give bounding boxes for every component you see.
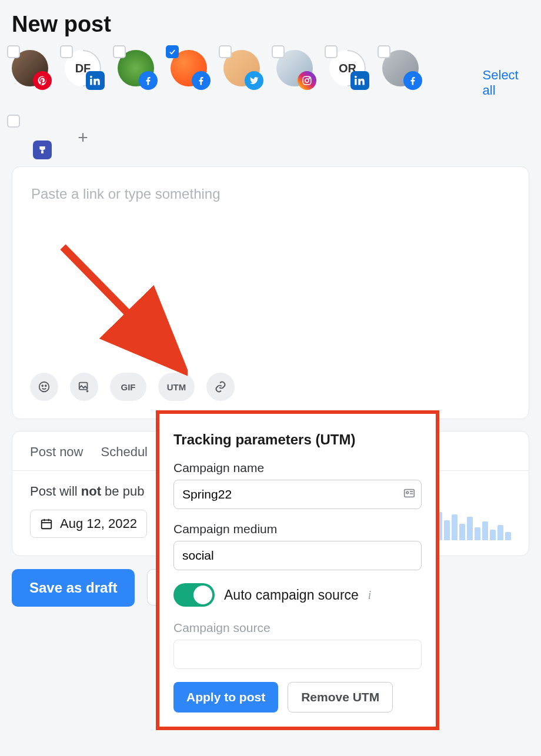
linkedin-icon: [350, 71, 369, 90]
svg-point-7: [45, 385, 46, 386]
campaign-medium-input[interactable]: [173, 541, 422, 570]
account-item[interactable]: [12, 119, 48, 156]
account-checkbox[interactable]: [219, 45, 232, 58]
account-item[interactable]: [223, 50, 260, 86]
utm-popover: Tracking parameters (UTM) Campaign name …: [156, 410, 439, 618]
chart-bar: [505, 532, 511, 540]
publish-line-prefix: Post will: [30, 484, 81, 499]
svg-rect-9: [42, 520, 52, 529]
emoji-button[interactable]: [30, 373, 58, 401]
chart-bar: [497, 525, 503, 540]
linkedin-icon: [86, 71, 105, 90]
account-checkbox[interactable]: [60, 45, 73, 58]
date-picker[interactable]: Aug 12, 2022: [30, 510, 147, 538]
composer-toolbar: GIF UTM: [30, 373, 511, 401]
campaign-medium-label: Campaign medium: [173, 522, 422, 536]
image-button[interactable]: [70, 373, 98, 401]
chart-bar: [444, 520, 450, 540]
add-account-button[interactable]: +: [65, 119, 101, 156]
card-icon: [403, 487, 416, 502]
svg-point-6: [42, 385, 43, 386]
account-item[interactable]: [171, 50, 207, 86]
svg-point-1: [305, 79, 309, 82]
pinterest-icon: [33, 71, 52, 90]
chart-bar: [482, 521, 488, 540]
account-checkbox[interactable]: [7, 115, 20, 128]
publish-line-strong: not: [81, 484, 101, 499]
instagram-icon: [298, 71, 316, 90]
chart-bar: [467, 517, 473, 540]
date-value: Aug 12, 2022: [60, 516, 137, 531]
image-plus-icon: [78, 380, 91, 393]
chart-bar: [490, 530, 496, 540]
account-checkbox[interactable]: [272, 45, 285, 58]
account-item[interactable]: [12, 50, 48, 86]
utm-button[interactable]: UTM: [158, 373, 195, 401]
account-checkbox[interactable]: [166, 45, 179, 58]
account-item[interactable]: [276, 50, 313, 86]
account-item[interactable]: [382, 50, 419, 86]
facebook-icon: [403, 71, 422, 90]
facebook-icon: [139, 71, 158, 90]
twitter-icon: [245, 71, 263, 90]
composer-input[interactable]: [30, 185, 511, 361]
account-item[interactable]: [118, 50, 154, 86]
gif-button[interactable]: GIF: [110, 373, 146, 401]
account-checkbox[interactable]: [325, 45, 338, 58]
accounts-row: DFOR+ Select all: [12, 50, 529, 156]
tab-schedule[interactable]: Schedul: [101, 444, 148, 460]
save-draft-button[interactable]: Save as draft: [12, 569, 135, 607]
select-all-link[interactable]: Select all: [483, 68, 529, 98]
svg-point-14: [406, 491, 409, 494]
calendar-icon: [40, 517, 53, 530]
google-icon: [33, 141, 52, 159]
svg-point-2: [309, 78, 310, 79]
account-checkbox[interactable]: [378, 45, 390, 58]
auto-source-row: Auto campaign source i: [173, 583, 422, 607]
auto-source-toggle[interactable]: [173, 583, 215, 607]
emoji-icon: [38, 380, 51, 393]
tab-post-now[interactable]: Post now: [30, 444, 84, 460]
campaign-name-input[interactable]: [173, 480, 422, 509]
link-icon: [214, 380, 227, 393]
link-button[interactable]: [206, 373, 235, 401]
auto-source-label: Auto campaign source: [224, 587, 359, 603]
chart-bar: [452, 514, 457, 540]
campaign-name-label: Campaign name: [173, 461, 422, 475]
chart-bar: [459, 524, 465, 540]
chart-bar: [475, 527, 480, 540]
account-list: DFOR+: [12, 50, 483, 156]
utm-popover-title: Tracking parameters (UTM): [173, 431, 422, 448]
account-item[interactable]: DF: [65, 50, 101, 86]
secondary-button-stub[interactable]: [147, 569, 156, 606]
account-item[interactable]: OR: [329, 50, 366, 86]
account-checkbox[interactable]: [113, 45, 126, 58]
page-title: New post: [12, 12, 529, 37]
svg-point-5: [39, 382, 49, 392]
composer-card: GIF UTM: [12, 166, 529, 419]
account-checkbox[interactable]: [7, 45, 20, 58]
info-icon[interactable]: i: [368, 588, 372, 602]
publish-line-suffix: be pub: [101, 484, 144, 499]
facebook-icon: [192, 71, 211, 90]
